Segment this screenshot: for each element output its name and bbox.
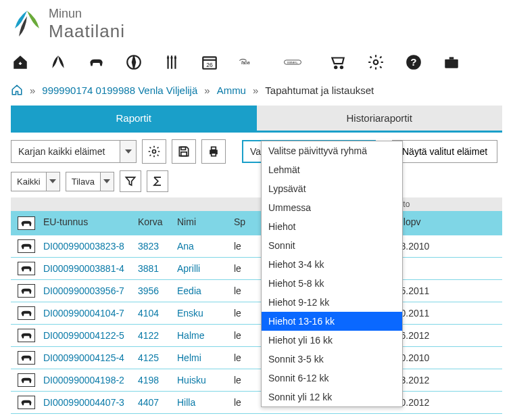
cow-icon[interactable]	[87, 53, 105, 72]
group-dropdown-item[interactable]: Lypsävät	[262, 179, 402, 198]
tabs: Raportit Historiaraportit	[11, 106, 502, 133]
col-header-tulo[interactable]: Tulopv	[387, 211, 502, 235]
group-dropdown-item[interactable]: Sonnit	[262, 236, 402, 255]
home-icon[interactable]	[11, 84, 23, 96]
bisnes-icon[interactable]: BISNES+	[276, 53, 310, 72]
row-checkbox[interactable]	[18, 396, 35, 409]
name-link[interactable]: Ensku	[177, 302, 234, 324]
settings-button[interactable]	[142, 139, 166, 164]
group-dropdown-item[interactable]: Sonnit 6-12 kk	[262, 369, 402, 388]
arrival-date-cell: 4.10.2011	[387, 302, 502, 324]
row-checkbox[interactable]	[18, 351, 35, 365]
ear-link[interactable]: 4198	[138, 369, 177, 391]
wheat-icon[interactable]	[162, 53, 181, 72]
group-headers: Perustiedot Osto	[11, 197, 502, 211]
ear-link[interactable]: 3823	[138, 235, 177, 257]
name-link[interactable]: Eedia	[177, 280, 234, 302]
cart-icon[interactable]	[328, 53, 347, 72]
name-link[interactable]: Ana	[177, 235, 234, 257]
home-plus-icon[interactable]	[11, 53, 30, 72]
group-dropdown-item[interactable]: Hiehot 5-8 kk	[262, 274, 402, 293]
show-selected-button[interactable]: Näytä valitut eläimet	[392, 140, 497, 163]
group-dropdown-item[interactable]: Lehmät	[262, 160, 402, 179]
eu-id-link[interactable]: DI000990004122-5	[43, 325, 138, 346]
help-icon[interactable]: ?	[404, 53, 423, 72]
chevron-down-icon[interactable]	[120, 141, 136, 162]
tab-history-reports[interactable]: Historiaraportit	[257, 106, 503, 131]
select-all-checkbox[interactable]	[18, 216, 35, 230]
col-header-korva[interactable]: Korva	[138, 211, 177, 235]
eu-id-link[interactable]: DI000990004407-3	[43, 392, 138, 413]
arrival-date-cell: 9.08.2010	[387, 235, 502, 257]
group-dropdown-item[interactable]: Hiehot 13-16 kk	[262, 312, 402, 331]
chevron-down-icon[interactable]	[46, 172, 59, 191]
sp-cell: le	[234, 347, 261, 369]
group-dropdown-item[interactable]: Valitse päivittyvä ryhmä	[262, 141, 402, 160]
calendar-icon[interactable]: 26	[200, 53, 219, 72]
col-header-nimi[interactable]: Nimi	[177, 211, 234, 235]
table-row: DI000990004125-4 4125 Helmi le 7.10.2010	[11, 347, 502, 369]
leaf-icon[interactable]	[49, 53, 68, 72]
eu-id-link[interactable]: DI000990004125-4	[43, 347, 138, 369]
compass-icon[interactable]	[124, 53, 143, 72]
eu-id-link[interactable]: DI000990003956-7	[43, 280, 138, 302]
svg-point-3	[167, 57, 169, 59]
name-link[interactable]: Halme	[177, 325, 234, 346]
sum-button[interactable]	[147, 170, 168, 192]
sp-cell: le	[234, 369, 261, 391]
name-link[interactable]: Huisku	[177, 369, 234, 391]
eu-id-link[interactable]: DI000990003881-4	[43, 258, 138, 279]
row-checkbox[interactable]	[18, 284, 35, 298]
group-dropdown-item[interactable]: Sonnit yli 12 kk	[262, 388, 402, 406]
group-dropdown-item[interactable]: Hiehot yli 16 kk	[262, 331, 402, 350]
name-link[interactable]: Helmi	[177, 347, 234, 369]
row-checkbox[interactable]	[18, 329, 35, 342]
group-dropdown-item[interactable]: Sonnit 3-5 kk	[262, 350, 402, 369]
breadcrumb-ammu-link[interactable]: Ammu	[217, 85, 246, 96]
svg-text:26: 26	[206, 62, 213, 68]
eu-id-link[interactable]: DI000990004198-2	[43, 369, 138, 391]
group-dropdown-item[interactable]: Hiehot	[262, 217, 402, 236]
filter-all-select[interactable]: Kaikki	[11, 172, 60, 191]
ear-link[interactable]: 3956	[138, 280, 177, 302]
eu-id-link[interactable]: DI000990004104-7	[43, 302, 138, 324]
breadcrumb-farm-link[interactable]: 999990174 0199988 Venla Viljelijä	[42, 85, 197, 96]
row-checkbox[interactable]	[18, 239, 35, 253]
group-dropdown-item[interactable]: Ummessa	[262, 198, 402, 217]
faba-icon[interactable]: faba	[238, 53, 257, 72]
animals-select[interactable]: Karjan kaikki eläimet	[11, 140, 137, 163]
sp-cell: le	[234, 302, 261, 324]
filter-button[interactable]	[120, 170, 141, 192]
filter-spacious-select[interactable]: Tilava	[66, 172, 114, 191]
ear-link[interactable]: 3881	[138, 258, 177, 279]
print-button[interactable]	[201, 139, 226, 164]
svg-point-13	[374, 60, 378, 65]
row-checkbox[interactable]	[18, 262, 35, 275]
svg-rect-1	[20, 62, 21, 65]
name-link[interactable]: Aprilli	[177, 258, 234, 279]
group-dropdown-item[interactable]: Hiehot 9-12 kk	[262, 293, 402, 312]
ear-link[interactable]: 4104	[138, 302, 177, 324]
chevron-down-icon[interactable]	[100, 172, 114, 191]
ear-link[interactable]: 4407	[138, 392, 177, 413]
svg-text:BISNES+: BISNES+	[287, 62, 297, 64]
gear-icon[interactable]	[366, 53, 385, 72]
col-header-sp[interactable]: Sp	[234, 211, 261, 235]
column-headers: EU-tunnus Korva Nimi Sp Tulopv	[11, 211, 502, 235]
ear-link[interactable]: 4122	[138, 325, 177, 346]
name-link[interactable]: Hilla	[177, 392, 234, 413]
briefcase-icon[interactable]	[442, 53, 461, 72]
save-button[interactable]	[172, 139, 196, 164]
filter-all-value: Kaikki	[11, 172, 46, 191]
tab-reports[interactable]: Raportit	[11, 106, 257, 131]
svg-text:?: ?	[410, 56, 416, 68]
filter-spacious-value: Tilava	[66, 172, 100, 191]
row-checkbox[interactable]	[18, 373, 35, 387]
col-header-eu[interactable]: EU-tunnus	[43, 211, 138, 235]
arrival-date-cell	[387, 258, 502, 279]
svg-rect-16	[445, 60, 458, 68]
eu-id-link[interactable]: DI000990003823-8	[43, 235, 138, 257]
row-checkbox[interactable]	[18, 306, 35, 320]
group-dropdown-item[interactable]: Hiehot 3-4 kk	[262, 255, 402, 274]
ear-link[interactable]: 4125	[138, 347, 177, 369]
